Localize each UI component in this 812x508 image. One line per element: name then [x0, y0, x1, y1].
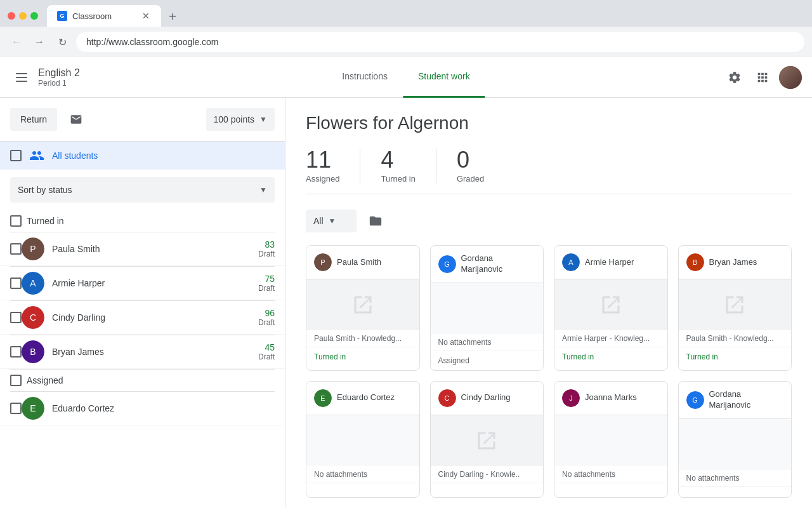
card-status-armie: Turned in — [554, 347, 667, 366]
svg-rect-2 — [16, 81, 27, 82]
points-dropdown[interactable]: 100 points ▼ — [206, 108, 275, 131]
traffic-light-red[interactable] — [8, 12, 15, 20]
settings-icon — [728, 70, 742, 84]
student-card-armie[interactable]: A Armie Harper Armie Harper - Knowleg...… — [554, 245, 668, 371]
student-checkbox-cindy[interactable] — [10, 312, 22, 323]
student-card-gordana-2[interactable]: G Gordana Marijanovic No attachments — [678, 381, 792, 498]
card-header-gordana-2: G Gordana Marijanovic — [679, 382, 792, 419]
stat-assigned-number: 11 — [306, 149, 339, 171]
stats-row: 11 Assigned 4 Turned in 0 Graded — [306, 149, 792, 194]
email-button[interactable] — [65, 108, 88, 131]
doc-icon — [599, 293, 622, 316]
sort-arrow: ▼ — [259, 185, 267, 194]
filter-dropdown[interactable]: All ▼ — [306, 210, 357, 232]
filter-row: All ▼ — [306, 210, 792, 232]
card-header-paula: P Paula Smith — [306, 246, 419, 279]
sort-dropdown-container: Sort by status ▼ — [0, 170, 285, 210]
all-students-checkbox[interactable] — [10, 150, 22, 161]
app-title-area: English 2 Period 1 — [38, 67, 80, 88]
stat-turned-in-label: Turned in — [381, 174, 415, 184]
card-preview-paula — [306, 279, 419, 330]
card-avatar-joanna: J — [562, 389, 580, 407]
traffic-light-yellow[interactable] — [19, 12, 27, 20]
student-row[interactable]: P Paula Smith 83 Draft — [0, 232, 285, 266]
tab-student-work[interactable]: Student work — [403, 57, 485, 98]
student-card-joanna[interactable]: J Joanna Marks No attachments — [554, 381, 668, 498]
back-button[interactable]: ← — [8, 33, 25, 51]
return-button[interactable]: Return — [10, 108, 57, 131]
student-name-paula: Paula Smith — [52, 244, 258, 254]
turned-in-checkbox[interactable] — [10, 215, 22, 227]
sort-dropdown[interactable]: Sort by status ▼ — [10, 177, 275, 203]
student-row[interactable]: A Armie Harper 75 Draft — [0, 267, 285, 300]
student-card-bryan[interactable]: B Bryan James Paula Smith - Knowledg... … — [678, 245, 792, 371]
stat-graded-number: 0 — [457, 149, 484, 171]
student-row[interactable]: C Cindy Darling 96 Draft — [0, 301, 285, 335]
sidebar-actions: Return 100 points ▼ — [0, 98, 285, 142]
card-status-gordana: Assigned — [431, 351, 544, 370]
settings-button[interactable] — [723, 66, 746, 89]
card-preview-gordana — [431, 283, 544, 334]
card-preview-joanna — [554, 415, 667, 466]
students-icon — [29, 148, 44, 163]
tab-title: Classroom — [72, 11, 136, 21]
student-card-eduardo[interactable]: E Eduardo Cortez No attachments — [306, 381, 420, 498]
card-file-bryan: Paula Smith - Knowledg... — [679, 330, 792, 347]
content-area: Flowers for Algernon 11 Assigned 4 Turne… — [285, 98, 812, 508]
reload-button[interactable]: ↻ — [53, 33, 71, 51]
student-checkbox-armie[interactable] — [10, 277, 22, 289]
student-checkbox-eduardo[interactable] — [10, 403, 22, 414]
card-name-cindy: Cindy Darling — [461, 392, 511, 403]
hamburger-icon — [16, 73, 27, 82]
stat-assigned: 11 Assigned — [306, 149, 360, 184]
browser-tab[interactable]: G Classroom ✕ — [47, 5, 161, 27]
student-checkbox-paula[interactable] — [10, 243, 22, 255]
student-card-cindy[interactable]: C Cindy Darling Cindy Darling - Knowle.. — [430, 381, 544, 498]
user-avatar[interactable] — [779, 66, 802, 89]
student-row[interactable]: B Bryan James 45 Draft — [0, 335, 285, 369]
card-preview-bryan — [679, 279, 792, 330]
student-row[interactable]: E Eduardo Cortez — [0, 392, 285, 425]
card-status-cindy — [431, 483, 544, 493]
all-students-row[interactable]: All students — [0, 142, 285, 170]
student-card-paula[interactable]: P Paula Smith Paula Smith - Knowledg... … — [306, 245, 420, 371]
forward-button[interactable]: → — [30, 33, 48, 51]
hamburger-menu[interactable] — [10, 66, 33, 89]
card-header-cindy: C Cindy Darling — [431, 382, 544, 415]
student-grade-cindy: 96 Draft — [258, 308, 275, 327]
folder-button[interactable] — [364, 210, 387, 232]
new-tab-button[interactable]: + — [162, 6, 183, 27]
card-header-bryan: B Bryan James — [679, 246, 792, 279]
turned-in-label: Turned in — [27, 216, 64, 226]
nav-right — [723, 66, 802, 89]
card-preview-eduardo — [306, 415, 419, 466]
cards-grid: P Paula Smith Paula Smith - Knowledg... … — [306, 245, 792, 498]
student-grade-armie: 75 Draft — [258, 274, 275, 293]
student-avatar-paula: P — [22, 237, 44, 260]
tab-close-button[interactable]: ✕ — [141, 11, 151, 21]
card-name-eduardo: Eduardo Cortez — [337, 392, 395, 403]
class-name: English 2 — [38, 67, 80, 79]
assigned-checkbox[interactable] — [10, 375, 22, 386]
card-avatar-gordana: G — [438, 255, 456, 273]
stat-assigned-label: Assigned — [306, 174, 339, 184]
card-file-paula: Paula Smith - Knowledg... — [306, 330, 419, 347]
card-header-gordana: G Gordana Marijanovic — [431, 246, 544, 283]
all-students-label: All students — [52, 150, 98, 161]
tab-instructions[interactable]: Instructions — [327, 57, 403, 98]
student-avatar-armie: A — [22, 272, 44, 295]
card-name-gordana-2: Gordana Marijanovic — [709, 389, 784, 411]
nav-tabs: Instructions Student work — [327, 57, 485, 98]
address-bar[interactable] — [76, 32, 804, 52]
email-icon — [70, 113, 82, 126]
card-name-paula: Paula Smith — [337, 257, 381, 268]
stat-turned-in: 4 Turned in — [381, 149, 436, 184]
tab-favicon: G — [57, 11, 67, 21]
student-checkbox-bryan[interactable] — [10, 346, 22, 358]
folder-icon — [369, 214, 383, 228]
doc-icon — [475, 429, 498, 452]
student-card-gordana[interactable]: G Gordana Marijanovic No attachments Ass… — [430, 245, 544, 371]
traffic-light-green[interactable] — [30, 12, 38, 20]
card-file-eduardo: No attachments — [306, 466, 419, 483]
apps-button[interactable] — [751, 66, 774, 89]
